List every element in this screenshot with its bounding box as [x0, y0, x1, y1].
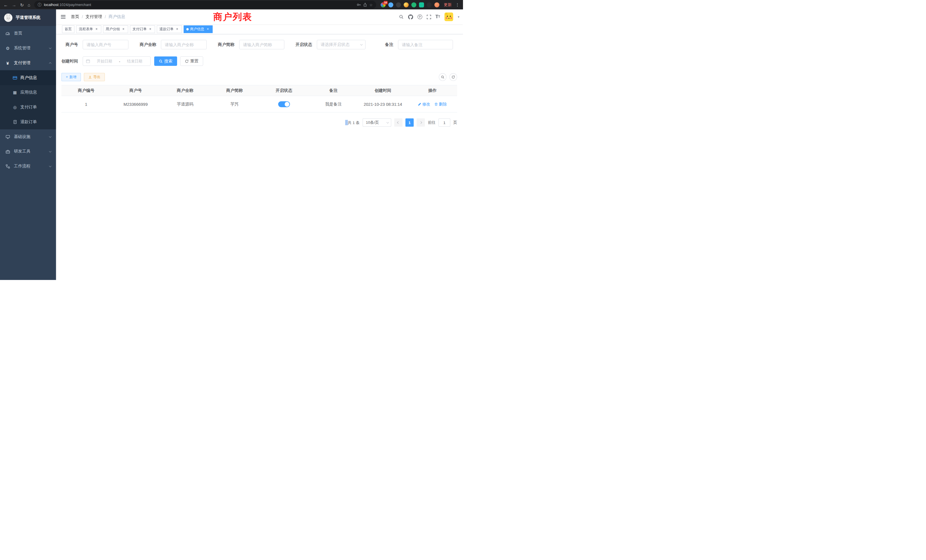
- chevron-down-icon: [49, 150, 51, 152]
- sidebar-item-label: 退款订单: [20, 119, 37, 125]
- status-select[interactable]: 请选择开启状态: [317, 40, 366, 49]
- cell-actions: 修改 删除: [408, 96, 457, 112]
- reset-button[interactable]: 重置: [180, 56, 203, 66]
- refresh-icon[interactable]: [449, 73, 457, 81]
- sidebar-item-label: 基础设施: [14, 134, 30, 139]
- col-actions: 操作: [408, 85, 457, 96]
- sidebar-item-payment[interactable]: ¥ 支付管理: [0, 56, 56, 70]
- browser-back-icon[interactable]: ←: [3, 3, 8, 7]
- browser-home-icon[interactable]: ⌂: [28, 3, 30, 7]
- status-toggle[interactable]: [278, 101, 290, 107]
- extension-badge: 10: [383, 1, 388, 4]
- page-1-button[interactable]: 1: [406, 118, 414, 127]
- tab-pay-order[interactable]: 支付订单×: [130, 26, 155, 33]
- chevron-down-icon: [386, 121, 389, 123]
- goto-page-input[interactable]: [439, 118, 450, 127]
- sidebar-item-pay-order[interactable]: ◎ 支付订单: [0, 100, 56, 115]
- sidebar-item-system[interactable]: ⚙ 系统管理: [0, 41, 56, 56]
- sidebar-item-app-info[interactable]: ▦ 应用信息: [0, 85, 56, 100]
- add-button[interactable]: +新增: [61, 73, 81, 81]
- extension-icon-7[interactable]: [427, 2, 432, 8]
- col-merchant-no: 商户号: [111, 85, 160, 96]
- toolbox-icon: [5, 150, 11, 154]
- close-icon[interactable]: ×: [121, 27, 126, 31]
- profile-avatar-icon[interactable]: [434, 2, 440, 8]
- browser-menu-icon[interactable]: ⋮: [455, 2, 460, 7]
- site-info-icon[interactable]: ⓘ: [38, 2, 41, 8]
- merchant-no-input[interactable]: [83, 40, 129, 49]
- help-icon[interactable]: ?: [418, 15, 422, 20]
- sidebar-item-label: 支付管理: [14, 60, 30, 65]
- sidebar: 芋道管理系统 首页 ⚙ 系统管理 ¥ 支付管理: [0, 9, 56, 280]
- browser-forward-icon[interactable]: →: [12, 3, 16, 7]
- workflow-icon: [5, 164, 11, 168]
- tab-process-form[interactable]: 流程表单×: [76, 26, 101, 33]
- avatar-caret-icon[interactable]: ▾: [458, 15, 460, 18]
- close-icon[interactable]: ×: [175, 27, 179, 31]
- browser-update-button[interactable]: 更新: [444, 2, 452, 8]
- sidebar-item-merchant-info[interactable]: 商户信息: [0, 70, 56, 85]
- sidebar-item-infrastructure[interactable]: 基础设施: [0, 129, 56, 144]
- close-icon[interactable]: ×: [206, 27, 210, 31]
- close-icon[interactable]: ×: [148, 27, 153, 31]
- tab-refund-order[interactable]: 退款订单×: [157, 26, 182, 33]
- gear-icon: ⚙: [5, 46, 11, 50]
- remark-input[interactable]: [398, 40, 453, 49]
- sidebar-item-workflow[interactable]: 工作流程: [0, 159, 56, 174]
- font-size-icon[interactable]: TT: [435, 15, 440, 20]
- extension-icon-6[interactable]: [419, 2, 424, 8]
- tab-user-group[interactable]: 用户分组×: [103, 26, 128, 33]
- export-button[interactable]: 导出: [84, 73, 105, 81]
- github-icon[interactable]: [408, 14, 413, 20]
- tab-merchant-info[interactable]: 商户信息×: [184, 26, 213, 33]
- extension-icon-5[interactable]: [412, 2, 416, 8]
- page-unit-label: 页: [453, 120, 457, 125]
- search-button[interactable]: 搜索: [154, 56, 177, 66]
- bookmark-star-icon[interactable]: ☆: [369, 3, 373, 7]
- toggle-search-icon[interactable]: [439, 73, 446, 81]
- sidebar-item-label: 支付订单: [20, 104, 37, 110]
- date-range-picker[interactable]: 开始日期 - 结束日期: [83, 56, 151, 66]
- sidebar-logo[interactable]: 芋道管理系统: [0, 9, 56, 26]
- short-name-input[interactable]: [239, 40, 284, 49]
- user-avatar[interactable]: [445, 12, 453, 21]
- close-icon[interactable]: ×: [94, 27, 98, 31]
- payment-submenu: 商户信息 ▦ 应用信息 ◎ 支付订单 退款订单: [0, 70, 56, 129]
- extension-icon-2[interactable]: [388, 2, 393, 8]
- extension-icon-3[interactable]: [396, 2, 401, 8]
- browser-reload-icon[interactable]: ↻: [20, 3, 24, 7]
- sidebar-item-dev-tools[interactable]: 研发工具: [0, 144, 56, 159]
- chevron-right-icon: [419, 121, 422, 124]
- sidebar-item-home[interactable]: 首页: [0, 26, 56, 41]
- prev-page-button[interactable]: [394, 118, 402, 127]
- password-key-icon[interactable]: [357, 3, 361, 6]
- page-size-select[interactable]: 10条/页: [363, 118, 391, 127]
- target-icon: ◎: [12, 105, 17, 109]
- merchant-no-label: 商户号: [61, 42, 78, 47]
- grid-icon: ▦: [12, 90, 17, 95]
- date-separator: -: [119, 59, 120, 64]
- hamburger-icon[interactable]: [56, 15, 70, 18]
- calendar-icon: [86, 59, 90, 63]
- date-end-placeholder: 结束日期: [122, 59, 147, 64]
- goto-label: 前往: [428, 120, 436, 125]
- page-content: 商户号 商户全称 商户简称 开启状态 请选择开启状态: [56, 34, 463, 280]
- edit-button[interactable]: 修改: [418, 101, 431, 107]
- breadcrumb-payment[interactable]: 支付管理: [86, 14, 102, 20]
- full-name-input[interactable]: [161, 40, 207, 49]
- table-header-row: 商户编号 商户号 商户全称 商户简称 开启状态 备注 创建时间 操作: [61, 85, 457, 96]
- extension-icon-4[interactable]: [404, 2, 409, 8]
- total-count: 共 1 条: [345, 120, 360, 126]
- fullscreen-icon[interactable]: [427, 15, 431, 19]
- address-bar[interactable]: ⓘ localhost:1024/pay/merchant ☆: [34, 1, 376, 9]
- extension-icon-1[interactable]: 10: [381, 2, 386, 8]
- delete-button[interactable]: 删除: [434, 101, 447, 107]
- share-icon[interactable]: [363, 3, 367, 6]
- active-dot: [186, 28, 189, 30]
- toolbar-right: [439, 73, 457, 81]
- next-page-button[interactable]: [416, 118, 425, 127]
- breadcrumb-home[interactable]: 首页: [71, 14, 79, 20]
- search-icon[interactable]: [399, 15, 404, 20]
- sidebar-item-refund-order[interactable]: 退款订单: [0, 115, 56, 129]
- tab-home[interactable]: 首页: [62, 26, 74, 33]
